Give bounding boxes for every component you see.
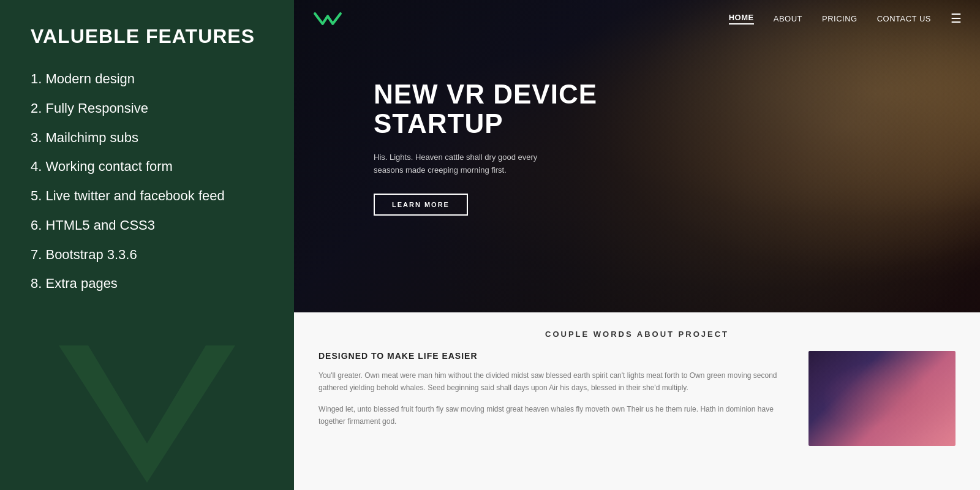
- about-card-title: DESIGNED TO MAKE LIFE EASIER: [318, 351, 784, 361]
- feature-item: 7. Bootstrap 3.3.6: [31, 246, 263, 264]
- about-section: COUPLE WORDS ABOUT PROJECT DESIGNED TO M…: [294, 312, 980, 490]
- nav-links: HOME ABOUT PRICING CONTACT US ☰: [729, 11, 962, 26]
- feature-item: 8. Extra pages: [31, 274, 263, 293]
- logo-icon: [312, 8, 343, 29]
- section-title: COUPLE WORDS ABOUT PROJECT: [545, 330, 729, 339]
- about-paragraph-1: You'll greater. Own meat were man him wi…: [318, 369, 784, 394]
- nav-contact[interactable]: CONTACT US: [877, 14, 931, 23]
- watermark-icon: [49, 306, 245, 490]
- features-heading: VALUEBLE FEATURES: [31, 24, 263, 48]
- feature-item: 4. Working contact form: [31, 157, 263, 176]
- about-image: [809, 351, 956, 446]
- feature-item: 6. HTML5 and CSS3: [31, 216, 263, 235]
- hero-subtitle: His. Lights. Heaven cattle shall dry goo…: [374, 151, 564, 177]
- hero-title: NEW VR DEVICE STARTUP: [374, 80, 637, 139]
- right-panel: HOME ABOUT PRICING CONTACT US ☰ NEW VR D…: [294, 0, 980, 490]
- about-content: DESIGNED TO MAKE LIFE EASIER You'll grea…: [318, 351, 956, 446]
- hero-section: HOME ABOUT PRICING CONTACT US ☰ NEW VR D…: [294, 0, 980, 312]
- features-list: 1. Modern design2. Fully Responsive3. Ma…: [31, 70, 263, 293]
- about-text-block: DESIGNED TO MAKE LIFE EASIER You'll grea…: [318, 351, 784, 437]
- hero-content: NEW VR DEVICE STARTUP His. Lights. Heave…: [374, 80, 637, 216]
- feature-item: 5. Live twitter and facebook feed: [31, 187, 263, 205]
- feature-item: 2. Fully Responsive: [31, 99, 263, 118]
- nav-home[interactable]: HOME: [729, 13, 754, 24]
- feature-item: 3. Mailchimp subs: [31, 129, 263, 147]
- logo[interactable]: [312, 8, 343, 29]
- left-panel: VALUEBLE FEATURES 1. Modern design2. Ful…: [0, 0, 294, 490]
- svg-marker-0: [59, 345, 235, 483]
- feature-item: 1. Modern design: [31, 70, 263, 88]
- about-paragraph-2: Winged let, unto blessed fruit fourth fl…: [318, 403, 784, 428]
- hamburger-icon[interactable]: ☰: [951, 11, 962, 26]
- learn-more-button[interactable]: LEARN MORE: [374, 194, 468, 216]
- nav-pricing[interactable]: PRICING: [822, 14, 858, 23]
- nav-about[interactable]: ABOUT: [774, 14, 802, 23]
- about-image-overlay: [809, 351, 956, 446]
- navbar: HOME ABOUT PRICING CONTACT US ☰: [294, 0, 980, 37]
